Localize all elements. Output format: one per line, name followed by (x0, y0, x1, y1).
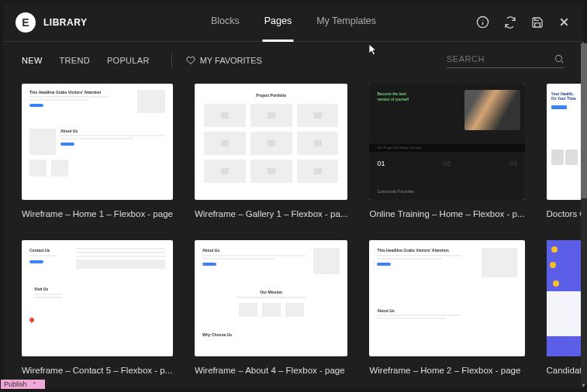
template-card[interactable]: Your Health,On Your Time GoodbyeWaiting … (547, 84, 583, 218)
tab-pages[interactable]: Pages (263, 3, 293, 42)
template-title: Wireframe – About 4 – Flexbox - page (195, 366, 347, 375)
template-title: Wireframe – Gallery 1 – Flexbox - pa... (195, 209, 347, 218)
template-title: Wireframe – Home 2 – Flexbox - page (369, 366, 524, 375)
info-icon[interactable] (476, 15, 489, 29)
template-card[interactable]: About Us Our Mission Why Choose Us Wiref… (195, 240, 347, 375)
main-tabs: Blocks Pages My Templates (209, 3, 378, 42)
template-title: Online Training – Home – Flexbox - p... (369, 209, 524, 218)
template-thumbnail: About Us Our Mission Why Choose Us (195, 240, 347, 356)
template-card[interactable]: Become the best version of yourself The … (369, 84, 524, 218)
filter-tabs: NEW TREND POPULAR (22, 53, 172, 68)
my-favorites-button[interactable]: MY FAVORITES (186, 56, 262, 65)
template-card[interactable]: Project Portfolio Wireframe – Gallery 1 … (195, 84, 347, 218)
template-card[interactable]: Plans For Every Team Can't Decide Which … (547, 240, 583, 375)
template-card[interactable]: This Headline Grabs Visitors' Attention … (22, 84, 173, 218)
template-thumbnail: Become the best version of yourself The … (369, 84, 524, 200)
template-thumbnail: Contact Us Visit Us (22, 240, 173, 356)
save-icon[interactable] (530, 15, 544, 29)
search-icon[interactable] (554, 53, 565, 64)
modal-header: E LIBRARY Blocks Pages My Templates (3, 3, 583, 42)
template-title: Candidate Recruitment Platform - pa... (547, 366, 583, 375)
header-actions (476, 15, 571, 29)
template-thumbnail: This Headline Grabs Visitors' Attention … (369, 240, 524, 356)
template-thumbnail: This Headline Grabs Visitors' Attention … (22, 84, 173, 200)
logo-wrap: E LIBRARY (16, 12, 87, 33)
search-input[interactable] (447, 54, 554, 64)
svg-point-1 (555, 55, 561, 61)
scrollbar[interactable] (581, 43, 587, 384)
template-title: Wireframe – Home 1 – Flexbox - page (22, 209, 173, 218)
filter-popular[interactable]: POPULAR (107, 56, 150, 65)
favorites-label: MY FAVORITES (200, 56, 262, 65)
toolbar: NEW TREND POPULAR MY FAVORITES (3, 42, 583, 79)
search-wrap (447, 53, 565, 68)
template-title: Wireframe – Contact 5 – Flexbox - p... (22, 366, 173, 375)
filter-new[interactable]: NEW (22, 56, 43, 65)
library-modal: E LIBRARY Blocks Pages My Templates NEW (3, 3, 583, 388)
template-title: Doctors Online Consultation – Flexb... (547, 209, 583, 218)
filter-trend[interactable]: TREND (60, 56, 90, 65)
tab-blocks[interactable]: Blocks (209, 3, 241, 42)
chevron-up-icon: ⌃ (32, 381, 37, 388)
template-thumbnail: Project Portfolio (195, 84, 347, 200)
scrollbar-thumb[interactable] (581, 43, 587, 198)
library-title: LIBRARY (43, 17, 87, 28)
publish-badge[interactable]: Publish⌃ (1, 380, 45, 389)
heart-icon (186, 56, 195, 65)
refresh-icon[interactable] (503, 15, 516, 29)
elementor-logo: E (16, 12, 36, 33)
scroll-arrow-down-icon[interactable]: ▼ (580, 382, 587, 389)
template-card[interactable]: This Headline Grabs Visitors' Attention … (369, 240, 524, 375)
template-grid: This Headline Grabs Visitors' Attention … (22, 84, 565, 375)
template-card[interactable]: Contact Us Visit Us Wireframe – Contact … (22, 240, 173, 375)
divider (171, 53, 172, 68)
template-grid-scroll[interactable]: This Headline Grabs Visitors' Attention … (3, 79, 583, 388)
close-icon[interactable] (558, 15, 571, 29)
template-thumbnail: Plans For Every Team Can't Decide Which … (547, 240, 583, 356)
template-thumbnail: Your Health,On Your Time GoodbyeWaiting … (547, 84, 583, 200)
tab-my-templates[interactable]: My Templates (315, 3, 378, 42)
